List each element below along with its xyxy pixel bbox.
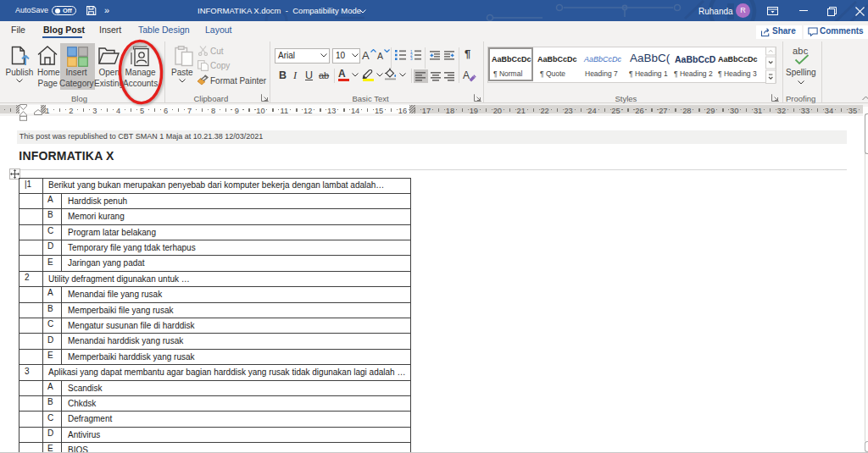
svg-text:3: 3 (410, 57, 413, 60)
